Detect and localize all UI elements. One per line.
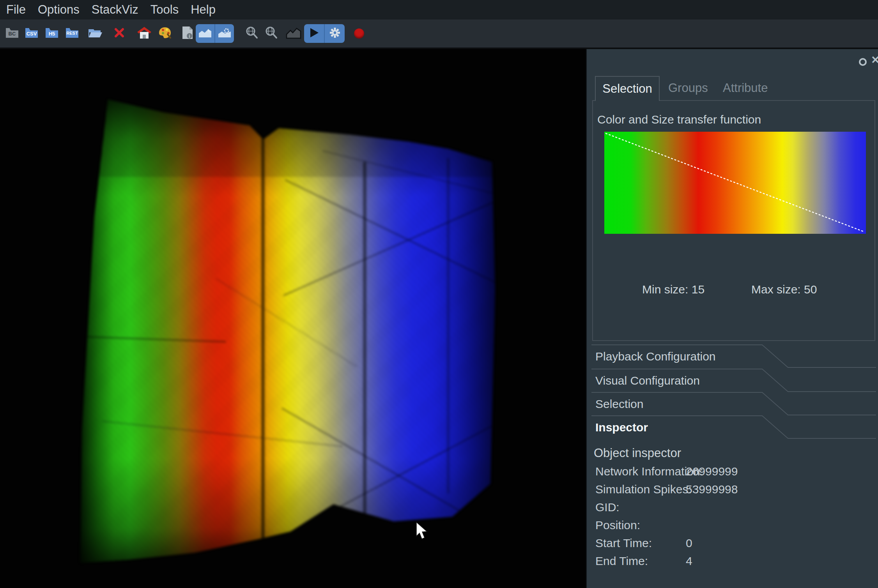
home-icon [137,26,152,41]
file-info-icon: i [181,26,194,41]
render-viewport[interactable] [0,49,586,588]
playback-toggle-group [304,24,345,43]
simulation-settings-button[interactable] [324,24,345,43]
open-bc-folder-button[interactable]: BC [5,26,19,41]
section-visual-configuration[interactable]: Visual Configuration [587,369,878,392]
inspector-row-gid: GID: [595,501,868,519]
zoom-out-button[interactable] [264,26,278,41]
menu-tools[interactable]: Tools [150,3,179,17]
color-palette-button[interactable] [158,26,172,41]
play-button[interactable] [304,24,324,43]
close-dataset-button[interactable] [114,26,125,41]
toolbar: BC CSV H5 REST [0,19,878,48]
chart-settings-toggle-button[interactable] [214,24,234,43]
home-view-button[interactable] [136,26,152,41]
gear-icon [329,26,341,41]
record-button[interactable] [353,26,365,41]
menu-bar: File Options StackViz Tools Help [0,0,878,19]
folder-bc-icon: BC [5,27,19,40]
line-chart-icon [286,26,301,41]
chart-gear-icon [218,28,231,39]
zoom-out-icon [265,26,278,41]
folder-rest-icon: REST [65,27,79,40]
section-selection[interactable]: Selection [587,392,878,415]
open-folder-icon [88,26,103,41]
area-chart-icon [198,28,212,39]
size-curve-line [604,132,866,234]
folder-h5-icon: H5 [45,27,58,40]
close-panel-icon[interactable]: ✕ [871,54,878,66]
record-icon [354,28,364,39]
inspector-row-end-time: End Time: 4 [595,554,868,572]
dock-panel: ✕ Selection Groups Attribute Color and S… [586,49,878,588]
open-csv-folder-button[interactable]: CSV [25,26,38,41]
tab-groups[interactable]: Groups [668,81,708,95]
report-button[interactable]: i [181,26,195,41]
open-h5-folder-button[interactable]: H5 [45,26,58,41]
transfer-function-title: Color and Size transfer function [597,113,761,126]
tab-attribute[interactable]: Attribute [723,81,768,95]
svg-text:i: i [189,33,190,39]
zoom-in-icon [245,26,258,41]
mouse-cursor-icon [414,521,430,542]
float-panel-icon[interactable] [859,58,867,66]
menu-options[interactable]: Options [38,3,80,17]
menu-help[interactable]: Help [191,3,216,17]
inspector-row-start-time: Start Time: 0 [595,537,868,554]
point-cloud [0,49,586,588]
menu-stackviz[interactable]: StackViz [92,3,138,17]
inspector-row-simulation-spikes: Simulation Spikes: 53999998 [595,483,868,501]
inspector-row-network-information: Network Information: 26999999 [595,465,868,483]
object-inspector-title: Object inspector [594,446,681,460]
close-x-icon [114,28,124,39]
transfer-function-editor[interactable] [604,132,866,234]
min-size-label: Min size: 15 [642,283,705,296]
play-icon [309,27,319,40]
chart-view-toggle-button[interactable] [196,24,214,43]
plot-button[interactable] [285,26,302,41]
menu-file[interactable]: File [6,3,26,17]
palette-icon [158,26,172,41]
open-folder-button[interactable] [88,26,103,41]
inspector-row-position: Position: [595,519,868,537]
tab-selection[interactable]: Selection [595,76,660,101]
open-rest-folder-button[interactable]: REST [65,26,79,41]
max-size-label: Max size: 50 [751,283,817,296]
section-playback-configuration[interactable]: Playback Configuration [587,344,878,368]
section-inspector[interactable]: Inspector [587,415,878,439]
chart-toggle-group [196,24,234,43]
zoom-in-button[interactable] [245,26,259,41]
folder-csv-icon: CSV [25,27,38,40]
